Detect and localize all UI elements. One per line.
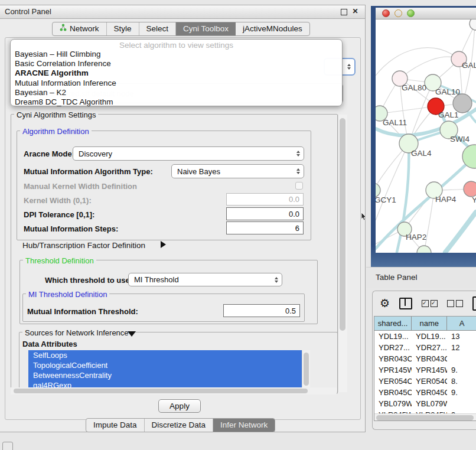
node-label: GAL10 xyxy=(435,87,460,96)
node-label: GAL1 xyxy=(438,110,459,119)
scrollbar-thumb[interactable] xyxy=(14,389,308,393)
zoom-traffic-light[interactable] xyxy=(407,9,415,17)
aracne-mode-select[interactable]: Discovery xyxy=(73,146,304,161)
collapse-arrow-icon[interactable] xyxy=(128,331,136,337)
combo-value: Naive Bayes xyxy=(177,167,220,176)
combo-value: MI Threshold xyxy=(134,275,179,284)
scrollbar-thumb[interactable] xyxy=(340,118,345,331)
list-vertical-scrollbar[interactable] xyxy=(302,350,310,392)
deselect-all-checks-icon[interactable] xyxy=(447,300,463,307)
table-row[interactable]: YBR043C YBR043C xyxy=(374,353,476,364)
tab-infer-network[interactable]: Infer Network xyxy=(213,419,275,432)
apply-button[interactable]: Apply xyxy=(158,399,201,413)
control-panel-titlebar[interactable]: Control Panel ✕ xyxy=(0,5,365,19)
cell: 13 xyxy=(447,331,476,342)
network-window-titlebar[interactable] xyxy=(376,8,476,19)
node-label: GAL xyxy=(462,61,476,70)
node-label: HAP2 xyxy=(406,233,426,242)
column-header[interactable]: name xyxy=(412,317,447,330)
cell: 12 xyxy=(447,342,476,353)
popup-item[interactable]: Bayesian – Hill Climbing xyxy=(11,50,342,59)
combo-arrows-icon xyxy=(347,64,351,70)
column-header[interactable]: A xyxy=(447,317,476,330)
cell: YDR27... xyxy=(412,342,447,353)
cyni-settings-title: Cyni Algorithm Settings xyxy=(14,110,98,119)
cell: YBR043C xyxy=(374,353,412,364)
table-header: shared... name A xyxy=(374,317,476,331)
table-panel-titlebar[interactable]: Table Panel xyxy=(366,267,476,288)
cell: YDL19... xyxy=(412,331,447,342)
mi-algorithm-type-label: Mutual Information Algorithm Type: xyxy=(24,167,153,176)
popup-item[interactable]: Basic Correlation Inference xyxy=(11,59,342,69)
table-row[interactable]: YBL079W YBL079W xyxy=(374,398,476,409)
table-horizontal-scrollbar[interactable] xyxy=(374,413,476,421)
close-traffic-light[interactable] xyxy=(382,9,390,17)
popup-item[interactable]: Dream8 DC_TDC Algorithm xyxy=(11,97,342,107)
minimize-traffic-light[interactable] xyxy=(395,9,402,17)
column-header[interactable]: shared... xyxy=(374,317,412,330)
settings-vertical-scrollbar[interactable] xyxy=(338,115,347,392)
node-label: GAL4 xyxy=(411,149,432,158)
tab-style[interactable]: Style xyxy=(107,22,139,35)
popup-item[interactable]: Bayesian – K2 xyxy=(11,88,342,97)
list-item[interactable]: SelfLoops xyxy=(28,350,302,360)
tab-select[interactable]: Select xyxy=(139,22,177,35)
tab-cyni-toolbox[interactable]: Cyni Toolbox xyxy=(176,22,236,35)
bottom-tabbar: Impute Data Discretize Data Infer Networ… xyxy=(86,418,275,432)
tab-discretize-data[interactable]: Discretize Data xyxy=(145,419,214,432)
table-row[interactable]: YPR145W YPR145W 9. xyxy=(374,364,476,376)
network-canvas[interactable]: GAL GAL80 GAL10 GAL1 GAL11 SWI4 GAL4 GCY… xyxy=(376,19,476,253)
sources-title: Sources for Network Inference xyxy=(22,328,131,337)
select-all-checks-icon[interactable]: ✓ ✓ xyxy=(422,300,438,307)
cell: YBR043C xyxy=(412,353,447,364)
document-icon[interactable] xyxy=(472,296,476,311)
node-label: SWI4 xyxy=(450,135,470,144)
node[interactable] xyxy=(417,246,431,253)
tab-jactivemnodules[interactable]: jActiveMNodules xyxy=(236,22,309,35)
scrollbar-thumb[interactable] xyxy=(304,353,309,386)
data-attributes-list[interactable]: SelfLoops TopologicalCoefficient Between… xyxy=(28,350,302,392)
table-row[interactable]: YDL19... YDL19... 13 xyxy=(374,331,476,342)
node-table[interactable]: shared... name A YDL19... YDL19... 13 YD… xyxy=(374,316,476,421)
tab-label: jActiveMNodules xyxy=(243,22,302,35)
float-window-icon[interactable] xyxy=(341,9,347,15)
which-threshold-select[interactable]: MI Threshold xyxy=(128,273,282,286)
kernel-width-label: Kernel Width (0,1): xyxy=(24,196,92,205)
cell: YLL052C xyxy=(374,420,412,421)
columns-icon[interactable] xyxy=(399,298,412,309)
mi-algorithm-type-select[interactable]: Naive Bayes xyxy=(171,164,304,178)
tab-label: Cyni Toolbox xyxy=(183,22,229,35)
hub-section-label[interactable]: Hub/Transcription Factor Definition xyxy=(22,241,145,250)
mi-steps-field[interactable]: 6 xyxy=(226,221,304,234)
cell: YER054C xyxy=(412,376,447,387)
cell: YDL19... xyxy=(374,331,412,342)
popup-item-selected[interactable]: ARACNE Algorithm xyxy=(11,69,342,78)
gear-icon[interactable]: ⚙ xyxy=(380,298,390,309)
node[interactable] xyxy=(470,19,476,30)
list-item[interactable]: TopologicalCoefficient xyxy=(28,360,302,370)
combo-arrows-icon xyxy=(296,168,300,174)
popup-item[interactable]: Mutual Information Inference xyxy=(11,79,342,88)
table-row[interactable]: YDR27... YDR27... 12 xyxy=(374,342,476,353)
list-item[interactable]: BetweennessCentrality xyxy=(28,370,302,380)
expand-arrow-icon[interactable] xyxy=(161,241,166,248)
table-row[interactable]: YBR045C YBR045C 9. xyxy=(374,387,476,398)
cell xyxy=(447,398,476,409)
tab-impute-data[interactable]: Impute Data xyxy=(86,419,145,432)
scrollbar-thumb[interactable] xyxy=(376,415,474,420)
screen: { "window": { "title": "Control Panel", … xyxy=(0,0,476,450)
close-icon[interactable]: ✕ xyxy=(351,8,359,15)
manual-kernel-width-checkbox[interactable] xyxy=(295,182,303,190)
cell: YDR27... xyxy=(374,342,412,353)
cell: 9. xyxy=(447,364,476,376)
mi-threshold-field[interactable]: 0.5 xyxy=(223,304,300,317)
tab-network[interactable]: Network xyxy=(53,22,107,35)
node-salmon[interactable] xyxy=(464,181,476,197)
table-row[interactable]: YER054C YER054C 8. xyxy=(374,376,476,387)
control-panel-tabbar: Network Style Select Cyni Toolbox jActiv… xyxy=(52,22,310,36)
dpi-tolerance-field[interactable]: 0.0 xyxy=(226,207,304,220)
settings-horizontal-scrollbar[interactable] xyxy=(11,387,337,394)
table-row[interactable]: YLL052C YLL052C 9 xyxy=(374,420,476,421)
table-toolbar: ⚙ ✓ ✓ xyxy=(380,297,476,310)
dock-panel-icon[interactable] xyxy=(2,442,13,450)
